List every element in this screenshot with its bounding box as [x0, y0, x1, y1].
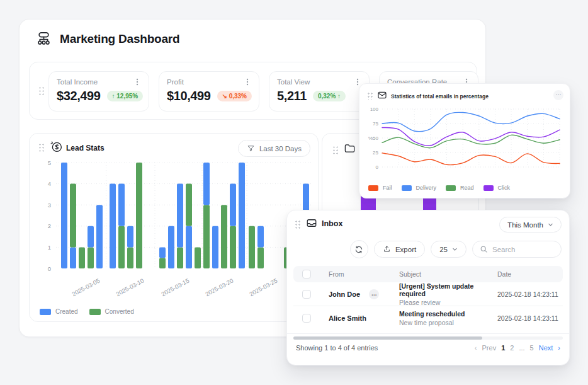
legend-label: Click: [498, 185, 511, 191]
svg-text:2025-03-20: 2025-03-20: [204, 277, 234, 298]
email-panel-title: Statistics of total emails in percentage: [391, 93, 489, 100]
refresh-button[interactable]: [350, 240, 368, 258]
table-row[interactable]: Alice Smith Meeting rescheduled New time…: [293, 306, 563, 330]
column-from: From: [322, 270, 393, 278]
kebab-menu-icon[interactable]: [133, 78, 141, 86]
kebab-menu-icon[interactable]: [354, 78, 361, 86]
search-input[interactable]: [492, 246, 552, 253]
export-button[interactable]: Export: [374, 241, 425, 258]
delivery-swatch: [402, 185, 412, 191]
lead-stats-drag-handle[interactable]: [38, 143, 45, 152]
folder-icon: [344, 142, 356, 154]
page-1[interactable]: 1: [501, 344, 505, 352]
page-2[interactable]: 2: [510, 344, 514, 352]
page-title: Marketing Dashboard: [60, 32, 179, 46]
funnel-icon: [247, 144, 255, 152]
svg-text:25: 25: [373, 150, 378, 156]
inbox-title: Inbox: [322, 219, 342, 228]
email-panel-drag-handle[interactable]: [367, 92, 373, 100]
svg-text:75: 75: [373, 121, 378, 127]
table-row[interactable]: John Doe … [Urgent] System update requir…: [293, 282, 563, 306]
table-header-row: From Subject Date: [293, 266, 563, 282]
prev-arrow[interactable]: ‹: [475, 344, 477, 352]
email-date: 2025-02-18 14:23:11: [491, 290, 563, 298]
inbox-icon: [306, 217, 317, 229]
lead-stats-header: Lead Stats Last 30 Days: [30, 134, 318, 159]
svg-text:1: 1: [48, 244, 51, 251]
svg-text:2025-03-25: 2025-03-25: [248, 277, 278, 298]
page-size-select[interactable]: 25: [431, 241, 466, 258]
next-arrow[interactable]: ›: [558, 344, 560, 352]
converted-swatch: [89, 309, 101, 315]
svg-text:5: 5: [48, 160, 51, 166]
stat-title: Profit: [167, 78, 184, 86]
lead-stats-legend: Created Converted: [40, 308, 134, 315]
stats-drag-handle[interactable]: [38, 86, 45, 96]
inbox-drag-handle[interactable]: [295, 220, 301, 229]
svg-text:%: %: [368, 135, 373, 141]
svg-text:3: 3: [48, 202, 51, 209]
legend-label: Fail: [383, 185, 392, 191]
email-subject: [Urgent] System update required: [399, 282, 491, 297]
inbox-table: From Subject Date John Doe … [Urgent] Sy…: [293, 266, 563, 330]
fail-swatch: [368, 185, 378, 191]
period-value: This Month: [507, 221, 543, 229]
svg-text:2025-03-10: 2025-03-10: [115, 277, 145, 298]
lead-stats-title: Lead Stats: [66, 144, 105, 152]
email-preview: Please review: [399, 299, 491, 306]
sitemap-icon: [35, 30, 52, 47]
page-ellipsis: ...: [519, 344, 524, 352]
lead-coin-icon: [50, 140, 63, 153]
legend-label: Converted: [105, 308, 134, 315]
column-date: Date: [491, 270, 563, 278]
folder-panel-drag-handle[interactable]: [332, 146, 339, 155]
email-stats-legend: Fail Delivery Read Click: [368, 185, 510, 191]
email-subject: Meeting rescheduled: [399, 310, 491, 318]
legend-item-read: Read: [446, 185, 474, 191]
lead-stats-bar-chart: 0123452025-03-052025-03-102025-03-152025…: [35, 160, 314, 304]
stat-title: Total View: [277, 78, 310, 86]
legend-label: Read: [460, 185, 474, 191]
stat-value: $32,499: [57, 89, 101, 103]
legend-item-created: Created: [40, 308, 78, 315]
chevron-down-icon: [548, 222, 553, 227]
page-5[interactable]: 5: [530, 344, 534, 352]
export-label: Export: [395, 246, 416, 253]
ellipsis-menu-button[interactable]: ⋯: [553, 90, 563, 100]
trend-badge: 0,32% ↑: [313, 91, 346, 101]
created-swatch: [40, 309, 51, 315]
email-stats-panel: Statistics of total emails in percentage…: [359, 83, 570, 198]
scrollbar-thumb[interactable]: [293, 336, 482, 340]
export-icon: [383, 245, 391, 253]
legend-item-fail: Fail: [368, 185, 392, 191]
email-stats-line-chart: 1007550250%: [363, 103, 566, 182]
click-swatch: [483, 185, 494, 191]
svg-text:2: 2: [48, 222, 51, 229]
page-size-value: 25: [439, 246, 448, 253]
read-swatch: [446, 185, 456, 191]
trend-badge: ↑ 12,95%: [107, 91, 144, 101]
envelope-icon: [377, 90, 387, 100]
email-date: 2025-02-18 14:23:11: [491, 314, 563, 322]
row-checkbox[interactable]: [302, 290, 311, 299]
period-select[interactable]: This Month: [499, 217, 562, 233]
row-checkbox[interactable]: [302, 314, 311, 323]
inbox-footer: Showing 1 to 4 of 4 entries ‹ Prev 1 2 .…: [296, 344, 560, 352]
horizontal-scrollbar[interactable]: [293, 336, 563, 340]
next-button[interactable]: Next: [539, 344, 553, 352]
stat-card-profit: Profit $10,499 ↘ 0,33%: [159, 71, 259, 112]
stat-card-total-income: Total Income $32,499 ↑ 12,95%: [48, 71, 149, 112]
inbox-toolbar: Export 25: [350, 240, 562, 258]
row-menu-button[interactable]: …: [369, 289, 379, 299]
lead-stats-panel: Lead Stats Last 30 Days 0123452025-03-05…: [29, 133, 319, 322]
select-all-checkbox[interactable]: [302, 270, 311, 279]
svg-text:2025-03-15: 2025-03-15: [160, 277, 190, 298]
kebab-menu-icon[interactable]: [244, 78, 251, 86]
pagination: ‹ Prev 1 2 ... 5 Next ›: [475, 344, 560, 352]
filter-last-30-days-button[interactable]: Last 30 Days: [238, 140, 310, 157]
stat-value: $10,499: [167, 89, 211, 103]
stat-title: Total Income: [57, 78, 98, 86]
svg-text:0: 0: [48, 265, 51, 272]
prev-button[interactable]: Prev: [482, 344, 497, 352]
entries-summary: Showing 1 to 4 of 4 entries: [296, 344, 378, 352]
